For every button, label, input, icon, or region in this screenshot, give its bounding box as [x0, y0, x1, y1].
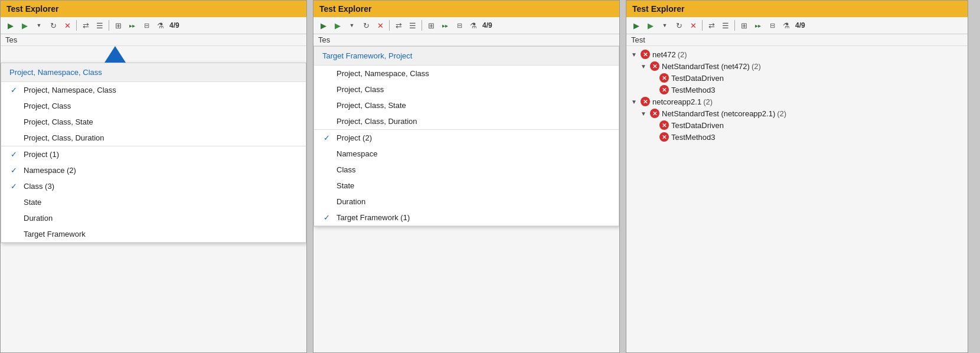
left-item-class[interactable]: ✓ Class (3) — [1, 178, 306, 194]
left-item-target-framework[interactable]: Target Framework — [1, 226, 306, 242]
middle-item-pcd[interactable]: Project, Class, Duration — [314, 113, 619, 129]
left-item-pcs[interactable]: Project, Class, State — [1, 114, 306, 130]
tree-item-netstandardtest-net472[interactable]: ▼ ✕ NetStandardTest (net472) (2) — [626, 60, 968, 72]
run-button[interactable]: ▶ — [644, 19, 657, 32]
middle-item-namespace[interactable]: Namespace — [314, 146, 619, 162]
run-button[interactable]: ▶ — [18, 19, 31, 32]
check-icon: ✓ — [11, 86, 19, 94]
left-tree-area: Project, Namespace, Class ✓ Project, Nam… — [1, 46, 306, 352]
right-content: Test ▼ ✕ net472 (2) ▼ ✕ NetStandardTest … — [626, 34, 968, 352]
left-panel-title: Test Explorer — [1, 1, 306, 17]
middle-item-target-framework[interactable]: ✓ Target Framework (1) — [314, 210, 619, 225]
refresh-button[interactable]: ↻ — [360, 19, 373, 32]
middle-item-project[interactable]: ✓ Project (2) — [314, 130, 619, 146]
run-all-button[interactable]: ▶ — [317, 19, 330, 32]
group-button[interactable]: ⊟ — [453, 19, 466, 32]
item-count: (2) — [752, 62, 761, 71]
settings-button[interactable]: ⊞ — [424, 19, 437, 32]
left-item-namespace[interactable]: ✓ Namespace (2) — [1, 162, 306, 178]
left-dropdown: Project, Namespace, Class ✓ Project, Nam… — [1, 63, 306, 243]
stop-button[interactable]: ✕ — [687, 19, 700, 32]
item-label: Project, Class — [337, 85, 384, 94]
run3-button[interactable]: ▸▸ — [439, 19, 452, 32]
left-dropdown-section-2: ✓ Project (1) ✓ Namespace (2) ✓ Class (3… — [1, 146, 306, 243]
middle-item-pc[interactable]: Project, Class — [314, 81, 619, 97]
middle-dropdown-section-2: ✓ Project (2) Namespace Class State — [314, 130, 619, 226]
title-text: Test Explorer — [319, 4, 371, 14]
group-button[interactable]: ⊟ — [766, 19, 779, 32]
left-item-pnc-checked[interactable]: ✓ Project, Namespace, Class — [1, 82, 306, 98]
item-label: Project, Class, Duration — [24, 133, 104, 142]
item-label: net472 — [652, 50, 676, 59]
run-dropdown-button[interactable]: ▼ — [345, 19, 358, 32]
tree-item-netstandardtest-netcore[interactable]: ▼ ✕ NetStandardTest (netcoreapp2.1) (2) — [626, 107, 968, 119]
right-test-label: Test — [626, 34, 968, 46]
stop-button[interactable]: ✕ — [61, 19, 74, 32]
middle-item-state[interactable]: State — [314, 178, 619, 194]
left-panel: Test Explorer ▶ ▶ ▼ ↻ ✕ ⇄ ☰ ⊞ ▸▸ ⊟ ⚗ 4/9… — [0, 0, 307, 353]
item-label: Project, Namespace, Class — [337, 69, 429, 78]
left-item-pcd[interactable]: Project, Class, Duration — [1, 130, 306, 146]
expand-icon: ▼ — [631, 99, 639, 105]
item-label: Project (2) — [337, 133, 372, 142]
run-button[interactable]: ▶ — [331, 19, 344, 32]
left-item-pc[interactable]: Project, Class — [1, 98, 306, 114]
run3-button[interactable]: ▸▸ — [126, 19, 139, 32]
middle-item-class[interactable]: Class — [314, 162, 619, 178]
error-icon: ✕ — [641, 97, 650, 106]
check-icon: ✓ — [11, 166, 19, 175]
filter-button[interactable]: ⇄ — [79, 19, 92, 32]
filter-button[interactable]: ⇄ — [705, 19, 718, 32]
item-label: TestMethod3 — [671, 86, 715, 94]
run-dropdown-button[interactable]: ▼ — [32, 19, 45, 32]
settings-button[interactable]: ⊞ — [112, 19, 125, 32]
item-label: NetStandardTest (netcoreapp2.1) — [662, 109, 775, 118]
middle-dropdown-header: Target Framework, Project — [314, 47, 619, 66]
tree-item-testmethod3-2[interactable]: ✕ TestMethod3 — [626, 131, 968, 143]
run-all-button[interactable]: ▶ — [4, 19, 17, 32]
group-button[interactable]: ⊟ — [140, 19, 153, 32]
test-settings-button[interactable]: ⚗ — [467, 19, 480, 32]
tree-item-testmethod3-1[interactable]: ✕ TestMethod3 — [626, 84, 968, 96]
middle-item-duration[interactable]: Duration — [314, 194, 619, 210]
run-all-button[interactable]: ▶ — [630, 19, 643, 32]
run3-button[interactable]: ▸▸ — [752, 19, 765, 32]
sep1 — [389, 20, 390, 31]
item-label: netcoreapp2.1 — [652, 97, 701, 106]
test-count: 4/9 — [482, 21, 492, 30]
tree-item-net472[interactable]: ▼ ✕ net472 (2) — [626, 48, 968, 60]
tree-item-testdatadriven-1[interactable]: ✕ TestDataDriven — [626, 72, 968, 84]
settings-button[interactable]: ⊞ — [737, 19, 750, 32]
refresh-button[interactable]: ↻ — [47, 19, 60, 32]
test-count: 4/9 — [795, 21, 805, 30]
left-dropdown-section-1: ✓ Project, Namespace, Class Project, Cla… — [1, 82, 306, 146]
filter-button[interactable]: ⇄ — [392, 19, 405, 32]
middle-dropdown-section-1: Project, Namespace, Class Project, Class… — [314, 66, 619, 130]
middle-tree-area: Target Framework, Project Project, Names… — [313, 46, 619, 352]
test-settings-button[interactable]: ⚗ — [780, 19, 793, 32]
error-icon: ✕ — [650, 109, 659, 118]
sep2 — [422, 20, 422, 31]
left-item-state[interactable]: State — [1, 194, 306, 210]
middle-toolbar: ▶ ▶ ▼ ↻ ✕ ⇄ ☰ ⊞ ▸▸ ⊟ ⚗ 4/9 — [313, 17, 619, 34]
left-item-project[interactable]: ✓ Project (1) — [1, 146, 306, 162]
left-content: Tes Project, Namespace, Class ✓ Project,… — [1, 34, 306, 352]
tree-item-testdatadriven-2[interactable]: ✕ TestDataDriven — [626, 119, 968, 131]
sep1 — [702, 20, 703, 31]
middle-item-pcs[interactable]: Project, Class, State — [314, 97, 619, 113]
middle-test-label: Tes — [313, 34, 619, 46]
middle-panel-title: Test Explorer — [313, 1, 619, 17]
hierarchy-button[interactable]: ☰ — [406, 19, 419, 32]
left-item-duration[interactable]: Duration — [1, 210, 306, 226]
test-settings-button[interactable]: ⚗ — [154, 19, 167, 32]
error-icon: ✕ — [650, 61, 659, 71]
hierarchy-button[interactable]: ☰ — [719, 19, 732, 32]
run-dropdown-button[interactable]: ▼ — [658, 19, 671, 32]
hierarchy-button[interactable]: ☰ — [93, 19, 106, 32]
tree-item-netcoreapp[interactable]: ▼ ✕ netcoreapp2.1 (2) — [626, 96, 968, 107]
item-label: TestDataDriven — [671, 74, 724, 83]
middle-item-pnc[interactable]: Project, Namespace, Class — [314, 66, 619, 81]
stop-button[interactable]: ✕ — [374, 19, 387, 32]
title-text: Test Explorer — [6, 4, 58, 14]
refresh-button[interactable]: ↻ — [672, 19, 685, 32]
